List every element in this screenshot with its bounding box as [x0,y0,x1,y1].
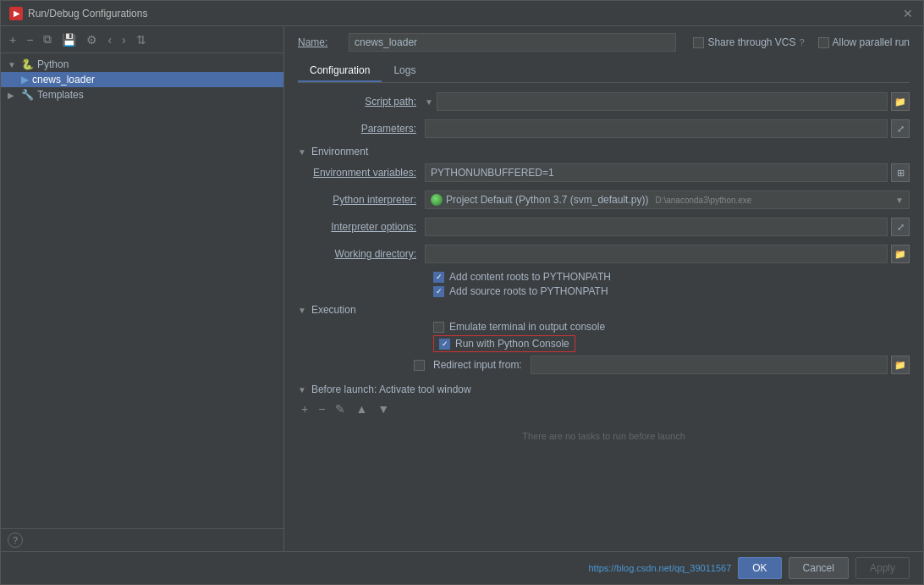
run-python-console-label: Run with Python Console [455,338,569,350]
tab-logs[interactable]: Logs [382,60,427,82]
env-vars-row: Environment variables: ⊞ [298,163,910,183]
env-vars-control: ⊞ [425,163,910,182]
templates-icon: 🔧 [21,89,34,101]
before-launch-header: ▼ Before launch: Activate tool window [298,384,910,395]
env-vars-edit-button[interactable]: ⊞ [891,163,910,182]
save-config-button[interactable]: 💾 [58,31,80,48]
run-python-console-checkbox[interactable]: ✓ [439,339,450,350]
config-label: cnews_loader [32,74,95,86]
environment-collapse-icon[interactable]: ▼ [298,147,306,157]
before-launch-toolbar: + − ✎ ▲ ▼ [298,400,910,417]
working-dir-control: 📁 [425,245,910,263]
interpreter-select[interactable]: Project Default (Python 3.7 (svm_default… [425,190,910,209]
remove-config-button[interactable]: − [23,31,36,48]
ok-button[interactable]: OK [738,557,781,579]
interpreter-control: Project Default (Python 3.7 (svm_default… [425,190,910,209]
parameters-expand-button[interactable]: ⤢ [891,119,910,138]
interpreter-options-control: ⤢ [425,218,910,236]
script-path-control: ▼ 📁 [425,92,910,111]
emulate-terminal-row: Emulate terminal in output console [433,321,910,333]
interpreter-dropdown-arrow: ▼ [895,196,904,205]
arrow-right-button[interactable]: › [118,31,129,48]
apply-button[interactable]: Apply [855,557,910,579]
env-vars-label: Environment variables: [298,167,425,179]
redirect-input-label: Redirect input from: [433,359,522,371]
script-path-input[interactable] [437,92,888,111]
redirect-browse-button[interactable]: 📁 [891,356,910,374]
dialog-footer: https://blog.csdn.net/qq_39011567 OK Can… [1,551,923,584]
add-config-button[interactable]: + [6,31,19,48]
close-button[interactable]: ✕ [901,7,915,20]
run-python-console-row: ✓ Run with Python Console [433,335,575,352]
parameters-label: Parameters: [298,123,425,135]
cancel-button[interactable]: Cancel [789,557,849,579]
working-dir-label: Working directory: [298,248,425,260]
add-source-roots-row: ✓ Add source roots to PYTHONPATH [433,285,910,297]
add-source-roots-checkbox[interactable]: ✓ [433,286,444,297]
tab-configuration[interactable]: Configuration [298,60,382,82]
emulate-terminal-label: Emulate terminal in output console [449,321,605,333]
tabs-bar: Configuration Logs [298,60,910,83]
dialog-icon: ▶ [9,7,23,20]
script-path-row: Script path: ▼ 📁 [298,91,910,112]
parameters-row: Parameters: ⤢ [298,119,910,139]
before-launch-add-button[interactable]: + [298,400,311,417]
add-content-roots-checkbox[interactable]: ✓ [433,272,444,283]
help-button[interactable]: ? [8,533,23,548]
templates-group[interactable]: ▶ 🔧 Templates [1,87,283,102]
add-content-roots-row: ✓ Add content roots to PYTHONPATH [433,271,910,283]
interpreter-options-row: Interpreter options: ⤢ [298,217,910,237]
redirect-input-checkbox[interactable] [414,360,425,371]
before-launch-label: Before launch: Activate tool window [311,384,471,395]
redirect-checkbox-cell [298,360,433,371]
interpreter-path: D:\anaconda3\python.exe [655,196,751,205]
execution-label: Execution [311,304,356,316]
python-group[interactable]: ▼ 🐍 Python [1,57,283,72]
python-group-label: Python [37,58,69,70]
settings-button[interactable]: ⚙ [83,31,101,48]
script-path-label: Script path: [298,96,425,108]
working-dir-browse-button[interactable]: 📁 [891,245,910,263]
share-vcs-label[interactable]: Share through VCS ? [693,36,804,48]
arrow-left-button[interactable]: ‹ [104,31,115,48]
interpreter-options-expand-button[interactable]: ⤢ [891,218,910,236]
parallel-run-label[interactable]: Allow parallel run [818,36,910,48]
env-vars-input[interactable] [425,163,888,182]
parameters-input[interactable] [425,119,888,138]
config-tree: ▼ 🐍 Python ▶ cnews_loader ▶ 🔧 Templates [1,53,283,528]
before-launch-edit-button[interactable]: ✎ [332,400,349,417]
interpreter-value: Project Default (Python 3.7 (svm_default… [446,194,648,206]
share-vcs-checkbox[interactable] [693,37,704,48]
interpreter-row: Python interpreter: Project Default (Pyt… [298,190,910,210]
parallel-run-checkbox[interactable] [818,37,829,48]
execution-collapse-icon[interactable]: ▼ [298,306,306,315]
environment-section-header: ▼ Environment [298,146,910,157]
script-path-browse-button[interactable]: 📁 [891,92,910,111]
interpreter-options-input[interactable] [425,218,888,236]
parameters-control: ⤢ [425,119,910,138]
working-dir-input[interactable] [425,245,888,263]
execution-section-header: ▼ Execution [298,304,910,316]
move-button[interactable]: ⇅ [133,31,150,48]
before-launch-collapse-icon[interactable]: ▼ [298,385,306,395]
interpreter-status-icon [431,194,443,206]
name-row: Name: Share through VCS ? Allow parallel… [298,33,910,52]
before-launch-up-button[interactable]: ▲ [352,400,371,417]
python-icon: 🐍 [21,58,34,70]
configuration-form: Script path: ▼ 📁 Parameters: ⤢ [298,91,910,544]
name-label: Name: [298,36,340,48]
before-launch-down-button[interactable]: ▼ [374,400,393,417]
script-path-dropdown[interactable]: ▼ [425,97,433,107]
copy-config-button[interactable]: ⧉ [40,30,55,48]
environment-label: Environment [311,146,368,157]
cnews-loader-config[interactable]: ▶ cnews_loader [1,72,283,87]
right-panel: Name: Share through VCS ? Allow parallel… [284,26,923,551]
templates-expand-icon: ▶ [8,91,18,100]
emulate-terminal-checkbox[interactable] [433,322,444,333]
redirect-input-field[interactable] [531,356,888,374]
before-launch-remove-button[interactable]: − [315,400,328,417]
add-content-roots-label: Add content roots to PYTHONPATH [449,271,611,283]
name-input[interactable] [349,33,676,52]
title-bar-left: ▶ Run/Debug Configurations [9,7,147,20]
title-bar: ▶ Run/Debug Configurations ✕ [1,1,923,26]
